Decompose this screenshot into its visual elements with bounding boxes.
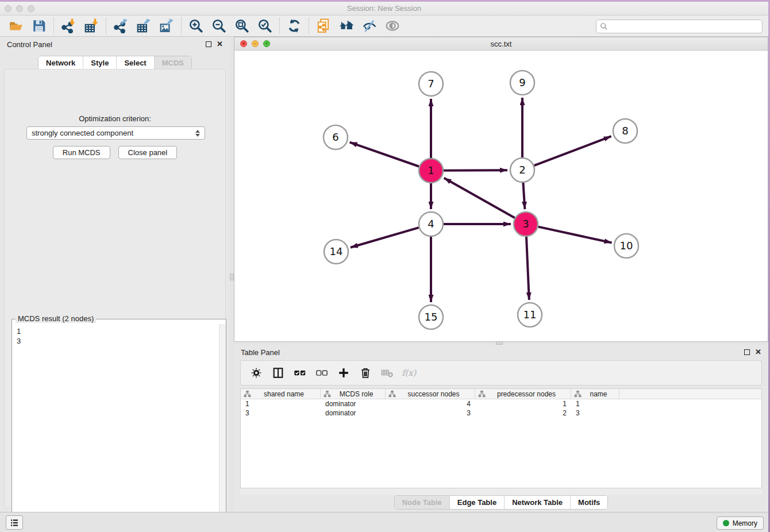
optimization-criterion-dropdown[interactable]: strongly connected component (26, 126, 205, 140)
import-table-button[interactable] (80, 17, 103, 34)
import-network-button[interactable] (57, 17, 80, 34)
apply-layout-button[interactable] (283, 17, 306, 34)
graph-node-3[interactable]: 3 (514, 212, 538, 236)
edge-2-3[interactable] (523, 183, 525, 209)
mcds-result-list[interactable]: 13 (12, 324, 218, 532)
close-panel-icon[interactable]: ✕ (217, 41, 223, 47)
zoom-in-button[interactable] (184, 17, 207, 34)
zoom-out-button[interactable] (207, 17, 230, 34)
dropdown-stepper-icon (195, 130, 200, 137)
table-tab-edge-table[interactable]: Edge Table (449, 496, 504, 509)
node-label: 15 (425, 311, 438, 323)
search-input[interactable] (610, 22, 762, 30)
graph-node-11[interactable]: 11 (518, 303, 542, 327)
edge-1-6[interactable] (350, 142, 419, 167)
delete-column-button[interactable] (356, 363, 375, 383)
title-bar: Session: New Session (0, 2, 768, 16)
select-all-columns-icon (294, 367, 306, 379)
graph-node-14[interactable]: 14 (324, 240, 348, 264)
result-scrollbar[interactable] (219, 324, 226, 532)
graph-node-9[interactable]: 9 (510, 71, 534, 95)
cell-name: 1 (571, 399, 619, 408)
split-columns-button[interactable] (268, 363, 288, 383)
table-settings-button[interactable] (247, 363, 266, 383)
tab-mcds[interactable]: MCDS (154, 56, 191, 70)
column-header-predecessor-nodes[interactable]: predecessor nodes (475, 389, 571, 399)
table-tab-node-table[interactable]: Node Table (395, 496, 449, 509)
graph-node-10[interactable]: 10 (614, 234, 638, 258)
search-icon (600, 22, 608, 30)
memory-button[interactable]: Memory (717, 516, 764, 530)
column-header-MCDS-role[interactable]: MCDS role (321, 389, 386, 399)
search-box[interactable] (596, 20, 763, 33)
zoom-fit-icon (234, 18, 249, 33)
cell-name: 3 (571, 408, 619, 418)
graph-node-4[interactable]: 4 (419, 212, 443, 236)
network-view-window: ✕ − + scc.txt 7968124314101511 (234, 37, 768, 342)
hide-graphics-button[interactable] (358, 17, 381, 34)
network-window-titlebar[interactable]: ✕ − + scc.txt (234, 37, 768, 51)
table-scroll-strip[interactable] (240, 488, 762, 495)
deselect-all-columns-button[interactable] (312, 363, 332, 383)
column-header-successor-nodes[interactable]: successor nodes (386, 389, 475, 399)
table-tab-motifs[interactable]: Motifs (570, 496, 607, 509)
export-network-button[interactable] (109, 17, 132, 34)
edge-4-14[interactable] (351, 228, 419, 248)
graph-node-2[interactable]: 2 (510, 158, 534, 182)
graph-node-7[interactable]: 7 (419, 72, 443, 96)
open-session-button[interactable] (5, 17, 28, 34)
column-header-shared-name[interactable]: shared name (241, 389, 321, 399)
function-builder-icon: f(x) (401, 367, 418, 379)
zoom-fit-button[interactable] (230, 17, 253, 34)
float-panel-icon[interactable] (206, 41, 211, 47)
close-panel-button[interactable]: Close panel (118, 146, 178, 159)
tab-select[interactable]: Select (116, 56, 153, 70)
table-panel: Table Panel ✕ f(x) shared nameMCDS roles… (234, 345, 768, 512)
select-all-columns-button[interactable] (290, 363, 310, 383)
show-graphics-button[interactable] (381, 17, 404, 34)
table-row[interactable]: 3dominator323 (241, 408, 761, 418)
zoom-selected-icon (257, 18, 272, 33)
edge-2-8[interactable] (534, 136, 611, 165)
add-column-icon (337, 367, 350, 379)
graph-node-15[interactable]: 15 (419, 305, 443, 329)
status-bar: Memory (0, 512, 768, 532)
edge-1-2[interactable] (444, 170, 507, 171)
task-history-button[interactable] (6, 515, 23, 530)
mcds-result-box: MCDS result (2 nodes) 13 (11, 319, 226, 532)
table-tab-network-table[interactable]: Network Table (504, 496, 570, 509)
edge-3-11[interactable] (526, 237, 529, 300)
edge-3-10[interactable] (538, 227, 611, 243)
float-table-panel-icon[interactable] (744, 349, 750, 355)
node-label: 11 (523, 309, 537, 321)
optimization-criterion-label: Optimization criterion: (5, 114, 225, 123)
column-header-name[interactable]: name (571, 389, 619, 399)
graph-node-8[interactable]: 8 (613, 119, 637, 143)
edge-3-1[interactable] (444, 178, 515, 218)
memory-label: Memory (733, 519, 757, 527)
export-image-button[interactable] (155, 17, 178, 34)
table-toolbar: f(x) (240, 360, 762, 385)
zoom-selected-button[interactable] (253, 17, 276, 34)
function-builder-button: f(x) (399, 363, 419, 383)
toolbar-separator (309, 18, 309, 34)
add-column-button[interactable] (334, 363, 353, 383)
clone-network-button[interactable] (312, 17, 335, 34)
table-row[interactable]: 1dominator411 (241, 399, 761, 408)
node-label: 14 (330, 245, 343, 257)
export-table-button[interactable] (132, 17, 155, 34)
vertical-split-divider[interactable] (230, 37, 234, 512)
save-session-button[interactable] (28, 17, 51, 34)
tab-network[interactable]: Network (38, 56, 83, 70)
tab-style[interactable]: Style (83, 56, 116, 70)
run-mcds-button[interactable]: Run MCDS (53, 146, 110, 159)
network-overview-button[interactable] (335, 17, 358, 34)
mcds-result-line: 3 (17, 336, 214, 346)
hierarchy-icon (478, 390, 486, 398)
close-table-panel-icon[interactable]: ✕ (755, 349, 761, 355)
vertical-split-handle[interactable] (230, 273, 234, 280)
network-graph-canvas[interactable]: 7968124314101511 (234, 51, 768, 341)
graph-node-6[interactable]: 6 (324, 125, 348, 149)
graph-node-1[interactable]: 1 (419, 159, 443, 183)
cell-shared-name: 3 (241, 408, 321, 418)
